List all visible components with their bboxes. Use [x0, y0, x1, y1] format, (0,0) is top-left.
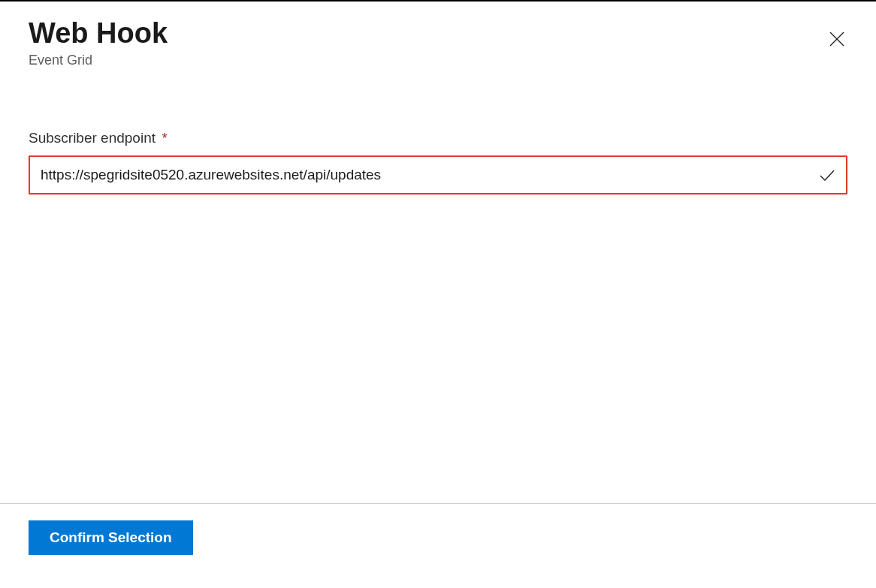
title-block: Web Hook Event Grid [29, 17, 168, 68]
webhook-panel: Web Hook Event Grid Subscriber endpoint … [0, 2, 876, 586]
endpoint-input-wrapper [29, 155, 847, 194]
required-asterisk: * [162, 130, 167, 146]
form-section: Subscriber endpoint * [29, 130, 847, 194]
panel-header: Web Hook Event Grid [29, 17, 847, 68]
endpoint-label-text: Subscriber endpoint [29, 130, 156, 146]
footer-bar: Confirm Selection [0, 503, 876, 586]
endpoint-field-label: Subscriber endpoint * [29, 132, 168, 145]
page-title: Web Hook [29, 17, 168, 51]
page-subtitle: Event Grid [29, 53, 168, 68]
close-icon [828, 30, 846, 50]
valid-check-icon [808, 157, 846, 193]
confirm-selection-button[interactable]: Confirm Selection [29, 520, 193, 555]
close-button[interactable] [822, 24, 852, 56]
subscriber-endpoint-input[interactable] [30, 157, 808, 193]
